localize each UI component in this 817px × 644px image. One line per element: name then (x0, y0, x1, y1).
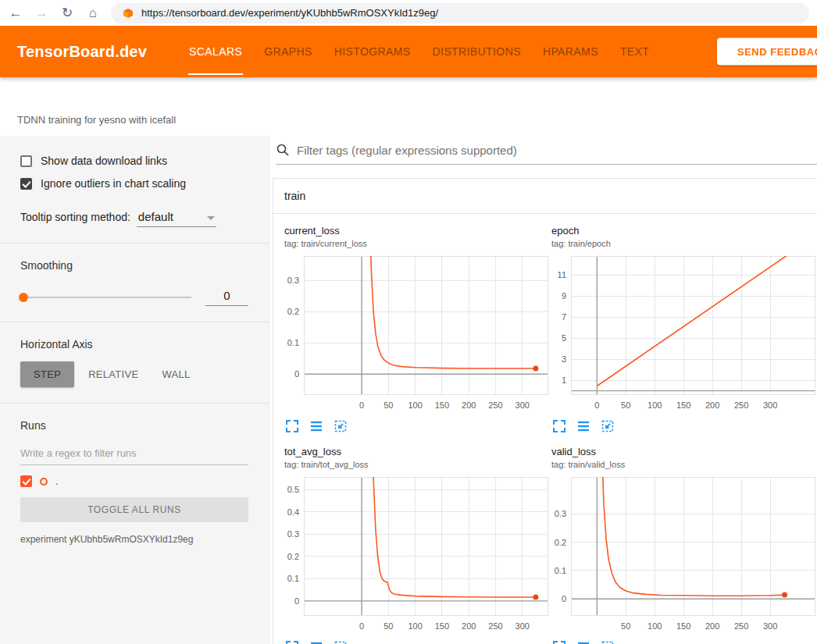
svg-text:0.2: 0.2 (287, 552, 299, 561)
tensorboard-logo-icon (122, 7, 134, 20)
search-icon (276, 143, 290, 157)
svg-text:5: 5 (562, 333, 566, 343)
data-lines-icon[interactable] (309, 419, 323, 433)
run-checkbox[interactable] (20, 475, 32, 487)
svg-text:0: 0 (294, 596, 299, 606)
chart-tag: tag: train/epoch (551, 239, 817, 248)
svg-text:250: 250 (734, 621, 748, 631)
chart-card-valid-loss: valid_loss tag: train/valid_loss 00.10.2… (551, 446, 817, 644)
ignore-outliers-checkbox[interactable] (20, 178, 32, 190)
wall-button[interactable]: WALL (152, 361, 199, 387)
chart-card-epoch: epoch tag: train/epoch 13579110501001502… (551, 225, 817, 433)
line-chart[interactable]: 00.10.20.30.40.5050100150200250300 (284, 477, 551, 635)
chart-tag: tag: train/current_loss (284, 239, 551, 248)
smoothing-slider-thumb[interactable] (19, 293, 28, 302)
runs-filter-input[interactable] (20, 442, 248, 465)
home-icon[interactable]: ⌂ (85, 6, 101, 20)
chart-card-current-loss: current_loss tag: train/current_loss 00.… (284, 225, 551, 433)
svg-text:0.5: 0.5 (287, 485, 299, 494)
svg-text:0: 0 (562, 594, 566, 603)
svg-text:7: 7 (562, 312, 566, 322)
svg-text:1: 1 (562, 375, 566, 385)
chart-title: epoch (551, 225, 817, 237)
svg-text:300: 300 (516, 621, 530, 631)
svg-text:0.4: 0.4 (287, 507, 299, 517)
app-header: TensorBoard.dev SCALARS GRAPHS HISTOGRAM… (0, 26, 817, 77)
line-chart[interactable]: 00.10.20.350100150200250300 (551, 477, 817, 635)
smoothing-label: Smoothing (20, 259, 248, 272)
svg-text:200: 200 (705, 400, 719, 410)
tag-group-header[interactable]: train (273, 179, 817, 214)
chart-tag: tag: train/tot_avg_loss (284, 460, 551, 469)
fit-domain-icon[interactable] (334, 419, 348, 433)
data-lines-icon[interactable] (309, 640, 323, 644)
expand-chart-icon[interactable] (552, 640, 566, 644)
tab-histograms[interactable]: HISTOGRAMS (323, 26, 422, 77)
fit-domain-icon[interactable] (334, 640, 348, 644)
svg-text:0.2: 0.2 (287, 307, 299, 316)
sidebar-divider (0, 403, 269, 404)
svg-text:0.1: 0.1 (287, 338, 299, 347)
tag-filter-input[interactable] (297, 144, 817, 157)
svg-text:0.3: 0.3 (555, 509, 566, 518)
settings-sidebar: Show data download links Ignore outliers… (0, 136, 269, 644)
app-logo[interactable]: TensorBoard.dev (17, 43, 147, 61)
screen: { "browser": { "url": "https://tensorboa… (0, 0, 817, 644)
tab-hparams[interactable]: HPARAMS (532, 26, 609, 77)
svg-text:0: 0 (594, 400, 599, 410)
line-chart[interactable]: 00.10.20.3050100150200250300 (284, 256, 551, 414)
data-lines-icon[interactable] (576, 419, 590, 433)
horizontal-axis-buttons: STEP RELATIVE WALL (20, 361, 248, 387)
svg-text:200: 200 (462, 621, 476, 631)
scalars-dashboard: train current_loss tag: train/current_lo… (269, 136, 817, 644)
nav-tabs: SCALARS GRAPHS HISTOGRAMS DISTRIBUTIONS … (178, 26, 660, 77)
chart-tag: tag: train/valid_loss (551, 460, 817, 469)
show-download-links-label: Show data download links (41, 155, 167, 167)
ignore-outliers-row[interactable]: Ignore outliers in chart scaling (20, 177, 248, 190)
smoothing-slider[interactable] (20, 297, 191, 298)
back-icon[interactable]: ← (8, 6, 23, 20)
svg-text:50: 50 (621, 400, 630, 410)
toggle-all-runs-button[interactable]: TOGGLE ALL RUNS (20, 497, 248, 522)
svg-text:300: 300 (763, 400, 777, 410)
show-download-links-row[interactable]: Show data download links (20, 155, 248, 167)
relative-button[interactable]: RELATIVE (79, 361, 148, 387)
smoothing-slider-row: 0 (20, 289, 248, 306)
svg-text:0.1: 0.1 (555, 566, 566, 575)
svg-text:50: 50 (384, 621, 393, 631)
smoothing-value-field[interactable]: 0 (205, 289, 248, 306)
svg-text:150: 150 (676, 621, 690, 631)
tab-scalars[interactable]: SCALARS (178, 26, 253, 77)
chart-toolbar (285, 640, 551, 644)
run-list-item[interactable]: . (20, 475, 248, 487)
svg-text:100: 100 (408, 621, 422, 631)
expand-chart-icon[interactable] (285, 419, 299, 433)
refresh-icon[interactable]: ↻ (59, 6, 75, 20)
url-text[interactable]: https://tensorboard.dev/experiment/yKUbh… (141, 7, 438, 19)
chart-toolbar (552, 419, 817, 433)
address-bar[interactable]: https://tensorboard.dev/experiment/yKUbh… (111, 3, 809, 23)
data-lines-icon[interactable] (576, 640, 590, 644)
svg-text:300: 300 (763, 621, 777, 631)
show-download-links-checkbox[interactable] (20, 155, 32, 167)
experiment-id-text: experiment yKUbhb5wRmOSXYkId1z9eg (20, 534, 248, 545)
tooltip-sorting-value: default (138, 210, 173, 223)
step-button[interactable]: STEP (20, 361, 74, 387)
svg-text:3: 3 (562, 354, 566, 364)
expand-chart-icon[interactable] (285, 640, 299, 644)
tab-text[interactable]: TEXT (609, 26, 660, 77)
run-color-icon (40, 478, 48, 486)
tab-graphs[interactable]: GRAPHS (253, 26, 323, 77)
fit-domain-icon[interactable] (601, 419, 615, 433)
send-feedback-button[interactable]: SEND FEEDBACK (717, 38, 817, 66)
experiment-header: TDNN training for yesno with icefall (0, 77, 817, 136)
tag-group-card: train current_loss tag: train/current_lo… (273, 178, 817, 644)
expand-chart-icon[interactable] (552, 419, 566, 433)
line-chart[interactable]: 1357911050100150200250300 (551, 256, 817, 414)
svg-text:250: 250 (734, 400, 748, 410)
svg-text:50: 50 (621, 621, 630, 631)
tab-distributions[interactable]: DISTRIBUTIONS (422, 26, 532, 77)
fit-domain-icon[interactable] (601, 640, 615, 644)
svg-text:0: 0 (359, 621, 364, 631)
tooltip-sorting-select[interactable]: default (137, 209, 216, 227)
